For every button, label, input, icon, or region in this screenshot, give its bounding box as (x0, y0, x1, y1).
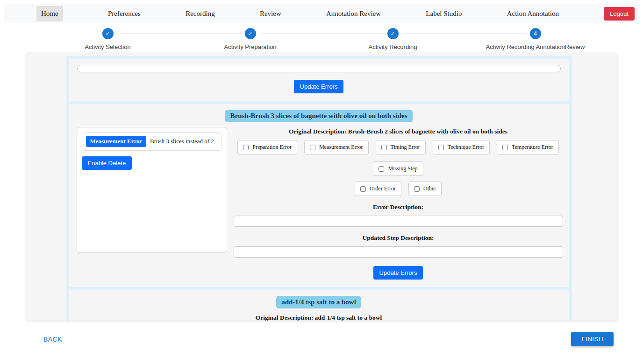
step-completed-check-icon: ✓ (387, 28, 399, 39)
checkbox-icon (243, 145, 249, 150)
error-description-text: Brush 3 slices instead of 2 (146, 138, 217, 145)
error-description-label: Error Description: (234, 203, 563, 211)
original-description: Original Description: add-1/4 tsp salt t… (69, 314, 569, 321)
stepper-step-activity-preparation[interactable]: ✓ Activity Preparation (179, 28, 322, 50)
nav-item-home[interactable]: Home (36, 6, 63, 21)
step-completed-check-icon: ✓ (245, 28, 256, 39)
original-description: Original Description: Brush-Brush 2 slic… (234, 128, 563, 135)
error-checkbox-timing[interactable]: Timing Error (376, 140, 426, 154)
error-checkbox-preparation[interactable]: Preparation Error (237, 140, 297, 154)
nav-item-preferences[interactable]: Preferences (108, 10, 141, 18)
top-nav: Home Preferences Recording Review Annota… (4, 4, 639, 23)
checkbox-icon (414, 186, 420, 192)
stepper-step-activity-selection[interactable]: ✓ Activity Selection (36, 28, 179, 50)
stepper: ✓ Activity Selection ✓ Activity Preparat… (36, 28, 607, 50)
error-list-item[interactable]: Measurement Error Brush 3 slices instead… (82, 132, 222, 151)
previous-step-section: Update Errors (69, 59, 569, 101)
stepper-step-annotation-review[interactable]: 4 Activity Recording AnnotationReview (464, 28, 607, 50)
error-checkbox-temperature[interactable]: Temperature Error (497, 140, 559, 154)
checkbox-icon (360, 186, 366, 192)
next-step-section: add-1/4 tsp salt to a bowl Original Desc… (69, 290, 569, 321)
step-title-badge: add-1/4 tsp salt to a bowl (276, 296, 361, 308)
error-type-row-2: Order Error Other (234, 182, 563, 196)
error-checkbox-other[interactable]: Other (408, 182, 442, 196)
update-errors-button[interactable]: Update Errors (294, 80, 344, 93)
errors-list-panel: Measurement Error Brush 3 slices instead… (77, 127, 227, 253)
nav-item-recording[interactable]: Recording (186, 10, 214, 18)
checkbox-icon (438, 145, 444, 150)
checkbox-icon (381, 145, 387, 150)
checkbox-icon (502, 145, 508, 150)
checkbox-icon (379, 166, 384, 172)
error-checkbox-missing-step[interactable]: Missing Step (373, 161, 423, 176)
error-checkbox-order[interactable]: Order Error (355, 182, 401, 196)
checkbox-icon (310, 145, 315, 150)
error-type-row-1: Preparation Error Measurement Error Timi… (234, 140, 563, 176)
previous-updated-step-input[interactable] (77, 65, 561, 72)
update-errors-button[interactable]: Update Errors (373, 266, 423, 280)
error-description-input[interactable] (234, 216, 563, 227)
nav-item-label-studio[interactable]: Label Studio (426, 10, 462, 18)
step-sections-frame: Update Errors Brush-Brush 3 slices of ba… (66, 56, 572, 321)
nav-item-annotation-review[interactable]: Annotation Review (326, 10, 381, 18)
error-edit-column: Original Description: Brush-Brush 2 slic… (227, 127, 569, 280)
wizard-footer: BACK FINISH (0, 332, 643, 346)
nav-item-review[interactable]: Review (260, 10, 281, 18)
error-checkbox-measurement[interactable]: Measurement Error (304, 140, 369, 154)
stepper-step-activity-recording[interactable]: ✓ Activity Recording (322, 28, 464, 50)
step-number-badge: 4 (530, 28, 541, 39)
step-label: Activity Recording (322, 43, 464, 50)
step-title-badge: Brush-Brush 3 slices of baguette with ol… (225, 110, 412, 122)
finish-button[interactable]: FINISH (571, 332, 614, 346)
back-button[interactable]: BACK (43, 336, 62, 343)
step-label: Activity Recording AnnotationReview (464, 43, 607, 50)
nav-item-action-annotation[interactable]: Action Annotation (507, 10, 559, 18)
annotation-review-panel: Update Errors Brush-Brush 3 slices of ba… (26, 53, 617, 321)
current-step-section: Brush-Brush 3 slices of baguette with ol… (69, 104, 569, 287)
updated-step-description-label: Updated Step Description: (234, 234, 563, 242)
enable-delete-button[interactable]: Enable Delete (82, 156, 132, 170)
updated-step-description-input[interactable] (234, 246, 563, 258)
step-label: Activity Preparation (179, 43, 322, 50)
error-type-badge: Measurement Error (86, 136, 147, 147)
step-completed-check-icon: ✓ (102, 28, 114, 39)
logout-button[interactable]: Logout (604, 7, 635, 21)
error-checkbox-technique[interactable]: Technique Error (433, 140, 490, 154)
step-label: Activity Selection (36, 43, 179, 50)
